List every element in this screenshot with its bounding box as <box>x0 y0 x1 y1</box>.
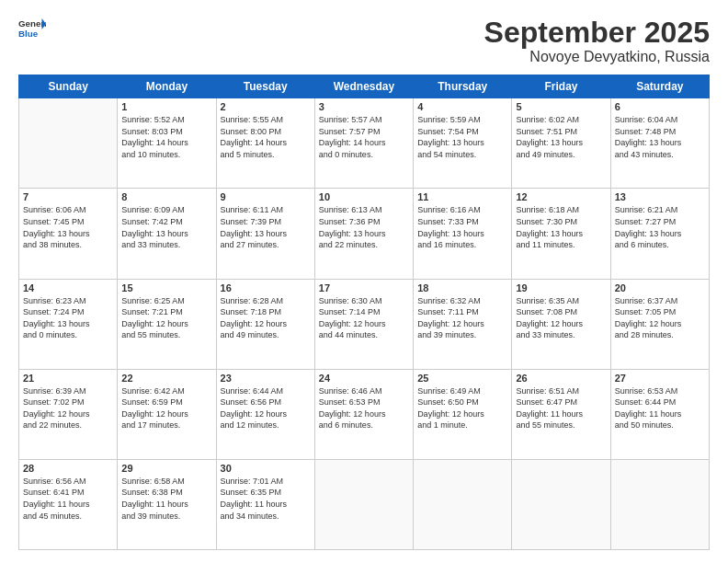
day-info: Sunrise: 6:51 AM Sunset: 6:47 PM Dayligh… <box>516 385 606 431</box>
calendar-cell: 4Sunrise: 5:59 AM Sunset: 7:54 PM Daylig… <box>414 98 512 189</box>
calendar-cell: 9Sunrise: 6:11 AM Sunset: 7:39 PM Daylig… <box>216 189 314 279</box>
day-number: 12 <box>516 191 606 202</box>
calendar-week-row: 14Sunrise: 6:23 AM Sunset: 7:24 PM Dayli… <box>19 279 710 369</box>
calendar-cell <box>610 459 709 549</box>
day-info: Sunrise: 6:06 AM Sunset: 7:45 PM Dayligh… <box>23 204 113 250</box>
calendar-cell: 2Sunrise: 5:55 AM Sunset: 8:00 PM Daylig… <box>216 98 314 189</box>
day-info: Sunrise: 6:09 AM Sunset: 7:42 PM Dayligh… <box>121 204 211 250</box>
calendar-cell: 24Sunrise: 6:46 AM Sunset: 6:53 PM Dayli… <box>314 369 413 459</box>
calendar-cell: 7Sunrise: 6:06 AM Sunset: 7:45 PM Daylig… <box>19 189 118 279</box>
day-number: 3 <box>319 101 409 112</box>
calendar-cell: 11Sunrise: 6:16 AM Sunset: 7:33 PM Dayli… <box>414 189 512 279</box>
calendar-cell: 27Sunrise: 6:53 AM Sunset: 6:44 PM Dayli… <box>610 369 709 459</box>
calendar-cell: 19Sunrise: 6:35 AM Sunset: 7:08 PM Dayli… <box>512 279 610 369</box>
location-subtitle: Novoye Devyatkino, Russia <box>484 49 710 65</box>
calendar-table: Sunday Monday Tuesday Wednesday Thursday… <box>18 75 710 550</box>
header-friday: Friday <box>512 75 610 98</box>
day-number: 9 <box>221 191 311 202</box>
day-info: Sunrise: 6:21 AM Sunset: 7:27 PM Dayligh… <box>615 204 705 250</box>
calendar-cell: 17Sunrise: 6:30 AM Sunset: 7:14 PM Dayli… <box>314 279 413 369</box>
calendar-cell: 15Sunrise: 6:25 AM Sunset: 7:21 PM Dayli… <box>118 279 216 369</box>
weekday-header-row: Sunday Monday Tuesday Wednesday Thursday… <box>19 75 710 98</box>
calendar-cell: 6Sunrise: 6:04 AM Sunset: 7:48 PM Daylig… <box>610 98 709 189</box>
day-number: 15 <box>121 282 211 293</box>
calendar-cell: 22Sunrise: 6:42 AM Sunset: 6:59 PM Dayli… <box>118 369 216 459</box>
calendar-cell: 21Sunrise: 6:39 AM Sunset: 7:02 PM Dayli… <box>19 369 118 459</box>
day-number: 17 <box>319 282 409 293</box>
day-number: 24 <box>319 373 409 384</box>
calendar-cell: 1Sunrise: 5:52 AM Sunset: 8:03 PM Daylig… <box>118 98 216 189</box>
day-number: 29 <box>121 463 211 474</box>
day-info: Sunrise: 6:32 AM Sunset: 7:11 PM Dayligh… <box>417 295 507 341</box>
day-number: 13 <box>615 191 705 202</box>
day-number: 4 <box>417 101 507 112</box>
calendar-week-row: 1Sunrise: 5:52 AM Sunset: 8:03 PM Daylig… <box>19 98 710 189</box>
day-info: Sunrise: 6:11 AM Sunset: 7:39 PM Dayligh… <box>221 204 311 250</box>
header-tuesday: Tuesday <box>216 75 314 98</box>
day-number: 5 <box>516 101 606 112</box>
day-info: Sunrise: 6:30 AM Sunset: 7:14 PM Dayligh… <box>319 295 409 341</box>
logo-icon: General Blue <box>18 17 46 42</box>
calendar-cell: 3Sunrise: 5:57 AM Sunset: 7:57 PM Daylig… <box>314 98 413 189</box>
day-number: 27 <box>615 373 705 384</box>
day-info: Sunrise: 6:23 AM Sunset: 7:24 PM Dayligh… <box>23 295 113 341</box>
calendar-week-row: 7Sunrise: 6:06 AM Sunset: 7:45 PM Daylig… <box>19 189 710 279</box>
day-info: Sunrise: 6:35 AM Sunset: 7:08 PM Dayligh… <box>516 295 606 341</box>
header-monday: Monday <box>118 75 216 98</box>
day-info: Sunrise: 5:55 AM Sunset: 8:00 PM Dayligh… <box>221 114 311 160</box>
calendar-cell: 20Sunrise: 6:37 AM Sunset: 7:05 PM Dayli… <box>610 279 709 369</box>
calendar-cell: 25Sunrise: 6:49 AM Sunset: 6:50 PM Dayli… <box>414 369 512 459</box>
day-info: Sunrise: 6:37 AM Sunset: 7:05 PM Dayligh… <box>615 295 705 341</box>
calendar-cell: 16Sunrise: 6:28 AM Sunset: 7:18 PM Dayli… <box>216 279 314 369</box>
header: General Blue September 2025 Novoye Devya… <box>18 17 710 65</box>
day-number: 20 <box>615 282 705 293</box>
day-number: 22 <box>121 373 211 384</box>
day-number: 19 <box>516 282 606 293</box>
day-info: Sunrise: 6:02 AM Sunset: 7:51 PM Dayligh… <box>516 114 606 160</box>
day-number: 23 <box>221 373 311 384</box>
day-number: 16 <box>221 282 311 293</box>
day-number: 11 <box>417 191 507 202</box>
calendar-cell <box>414 459 512 549</box>
day-number: 2 <box>221 101 311 112</box>
day-number: 28 <box>23 463 113 474</box>
day-number: 14 <box>23 282 113 293</box>
day-info: Sunrise: 6:16 AM Sunset: 7:33 PM Dayligh… <box>417 204 507 250</box>
calendar-cell: 13Sunrise: 6:21 AM Sunset: 7:27 PM Dayli… <box>610 189 709 279</box>
day-info: Sunrise: 6:13 AM Sunset: 7:36 PM Dayligh… <box>319 204 409 250</box>
day-info: Sunrise: 5:59 AM Sunset: 7:54 PM Dayligh… <box>417 114 507 160</box>
day-number: 18 <box>417 282 507 293</box>
day-info: Sunrise: 6:42 AM Sunset: 6:59 PM Dayligh… <box>121 385 211 431</box>
day-info: Sunrise: 5:57 AM Sunset: 7:57 PM Dayligh… <box>319 114 409 160</box>
day-number: 26 <box>516 373 606 384</box>
day-number: 25 <box>417 373 507 384</box>
calendar-cell: 8Sunrise: 6:09 AM Sunset: 7:42 PM Daylig… <box>118 189 216 279</box>
day-info: Sunrise: 6:28 AM Sunset: 7:18 PM Dayligh… <box>221 295 311 341</box>
calendar-cell: 10Sunrise: 6:13 AM Sunset: 7:36 PM Dayli… <box>314 189 413 279</box>
header-saturday: Saturday <box>610 75 709 98</box>
calendar-cell: 28Sunrise: 6:56 AM Sunset: 6:41 PM Dayli… <box>19 459 118 549</box>
calendar-cell: 5Sunrise: 6:02 AM Sunset: 7:51 PM Daylig… <box>512 98 610 189</box>
calendar-cell <box>314 459 413 549</box>
header-thursday: Thursday <box>414 75 512 98</box>
day-info: Sunrise: 6:49 AM Sunset: 6:50 PM Dayligh… <box>417 385 507 431</box>
calendar-cell <box>512 459 610 549</box>
calendar-cell: 14Sunrise: 6:23 AM Sunset: 7:24 PM Dayli… <box>19 279 118 369</box>
day-number: 8 <box>121 191 211 202</box>
day-number: 7 <box>23 191 113 202</box>
day-number: 6 <box>615 101 705 112</box>
header-sunday: Sunday <box>19 75 118 98</box>
calendar-cell <box>19 98 118 189</box>
day-info: Sunrise: 6:04 AM Sunset: 7:48 PM Dayligh… <box>615 114 705 160</box>
calendar-cell: 12Sunrise: 6:18 AM Sunset: 7:30 PM Dayli… <box>512 189 610 279</box>
day-number: 1 <box>121 101 211 112</box>
page: General Blue September 2025 Novoye Devya… <box>0 0 728 563</box>
day-info: Sunrise: 5:52 AM Sunset: 8:03 PM Dayligh… <box>121 114 211 160</box>
calendar-cell: 23Sunrise: 6:44 AM Sunset: 6:56 PM Dayli… <box>216 369 314 459</box>
month-year-title: September 2025 <box>484 17 710 49</box>
day-info: Sunrise: 6:56 AM Sunset: 6:41 PM Dayligh… <box>23 476 113 522</box>
day-number: 30 <box>221 463 311 474</box>
day-info: Sunrise: 6:53 AM Sunset: 6:44 PM Dayligh… <box>615 385 705 431</box>
header-wednesday: Wednesday <box>314 75 413 98</box>
calendar-cell: 30Sunrise: 7:01 AM Sunset: 6:35 PM Dayli… <box>216 459 314 549</box>
